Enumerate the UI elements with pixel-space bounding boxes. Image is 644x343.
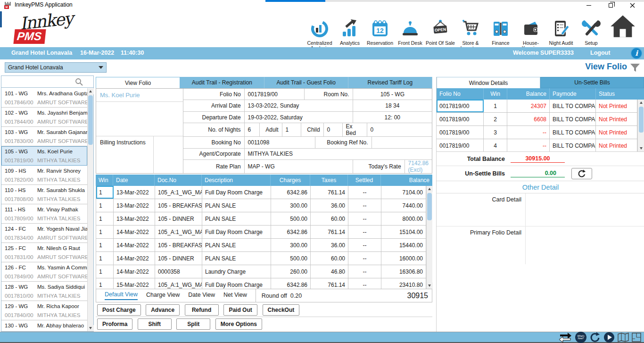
guest-search-input[interactable] <box>1 76 93 88</box>
tab-unsettle-bills[interactable]: Un-Settle Bills <box>540 77 644 88</box>
guest-name: Mr. Abhay bhalerao <box>37 321 87 330</box>
checkout-button[interactable]: CheckOut <box>263 304 300 316</box>
toolbar-item-front-desk[interactable]: Front Desk <box>395 17 425 51</box>
scroll-up-arrow[interactable] <box>427 186 433 192</box>
scroll-thumb[interactable] <box>427 193 432 220</box>
right-tabstrip: Window Details Un-Settle Bills <box>437 77 644 88</box>
infobar-date: 16-Mar-2022 <box>80 50 114 56</box>
proforma-button[interactable]: Proforma <box>97 318 132 330</box>
tab-view-folio[interactable]: View Folio <box>96 77 180 88</box>
toolbar-item-store-inventory[interactable]: Store & Inventory <box>455 17 486 51</box>
split-button[interactable]: Split <box>176 318 210 330</box>
status-icons: What's New? <box>558 332 641 343</box>
guest-list-item[interactable]: 124 - FCMr. Yogesh Naval Jian 0017834/00… <box>1 224 87 243</box>
guest-list-item[interactable]: 111 - HSMr. Vinay Pathak 0017809/00MITHY… <box>1 204 87 224</box>
chevron-down-icon <box>99 66 103 69</box>
folio-tabstrip: View Folio Audit Trail - Registration Au… <box>96 77 432 88</box>
info-icon[interactable]: i <box>630 47 643 59</box>
refund-button[interactable]: Refund <box>185 304 219 316</box>
guest-name: Mr. Saurabh Gajanan <box>37 128 87 137</box>
window-row[interactable]: 0017819/00 4 -- BILL TO COMPAN' Not Prin… <box>437 139 637 151</box>
charge-row[interactable]: 1 15-Mar-2022 105_A:1_WG_MAP Full Day Ro… <box>96 278 426 289</box>
tab-window-details[interactable]: Window Details <box>437 77 540 88</box>
shift-button[interactable]: Shift <box>138 318 172 330</box>
guest-list-item[interactable]: 105 - WGMs. Koel Purie 0017819/00MITHYA … <box>1 146 87 166</box>
toolbar-item-reservation[interactable]: 12 Reservation <box>365 17 395 51</box>
window-row[interactable]: 0017819/00 2 6608 BILL TO COMPAN' Not Pr… <box>437 113 637 126</box>
logout-button[interactable]: Logout <box>590 50 610 56</box>
guest-room: 125 - FC <box>1 244 37 253</box>
guest-list-item[interactable]: 130 - WGMr. Abhay bhalerao <box>1 320 87 331</box>
toolbar-item-centralized-analysis[interactable]: Centralized Analysis <box>305 17 335 51</box>
tab-revised-tariff-log[interactable]: Revised Tariff Log <box>348 77 432 88</box>
scroll-up-arrow[interactable] <box>88 88 94 94</box>
toolbar-item-point-of-sale[interactable]: OPEN Point Of Sale <box>425 17 455 51</box>
arrival-time: 18 34 <box>353 100 432 111</box>
more-options-button[interactable]: More Options <box>215 318 262 330</box>
toolbar-item-analytics[interactable]: Analytics <box>335 17 365 51</box>
scroll-down-arrow[interactable] <box>88 325 94 331</box>
window-table-header: Folio No Win Balance Paymode Status <box>437 88 644 100</box>
post-charge-button[interactable]: Post Charge <box>97 304 141 316</box>
toolbar-item-house-keeping[interactable]: House-Keeping <box>516 17 546 51</box>
map-icon[interactable] <box>618 333 629 342</box>
guest-list-item[interactable]: 101 - WGMrs. Aradhana Gupta 0017846/00AM… <box>1 88 87 108</box>
window-row[interactable]: 0017819/00 1 24307 BILL TO COMPAN' Not P… <box>437 100 637 113</box>
view-charge[interactable]: Charge View <box>146 292 180 300</box>
charges-scrollbar[interactable] <box>426 186 432 289</box>
guest-name: Mr. Yogesh Naval Jian <box>37 225 87 234</box>
guest-company: AMRUT SOFTWARE P <box>37 234 87 243</box>
scroll-thumb[interactable] <box>639 107 644 133</box>
scroll-up-arrow[interactable] <box>638 100 644 106</box>
charge-row[interactable]: 1 13-Mar-2022 105_A:1_WG_MAP Full Day Ro… <box>96 186 426 199</box>
todays-rate-value: 7142.86 (Excl) <box>405 160 432 173</box>
tab-audit-trail-guest-folio[interactable]: Audit Trail - Guest Folio <box>264 77 348 88</box>
hotel-select-value: Grand Hotel Lonavala <box>8 64 63 71</box>
guest-list-item[interactable]: 125 - FCMr. Nilesh G Raut 0017831/00AMRU… <box>1 243 87 262</box>
view-default[interactable]: Default View <box>105 291 138 300</box>
toolbar-item-finance[interactable]: Finance <box>486 17 516 51</box>
paid-out-button[interactable]: Paid Out <box>223 304 257 316</box>
advance-button[interactable]: Advance <box>146 304 180 316</box>
charge-row[interactable]: 1 14-Mar-2022 105 - BREAKFAST PLAN SALE … <box>96 239 426 252</box>
guest-list-item[interactable]: 128 - WGMs. Sadiya Siddiqui 0017810/00MI… <box>1 282 87 301</box>
unsettle-bills-row: Un-Settle Bills 0.00 <box>437 166 644 181</box>
scroll-thumb[interactable] <box>88 95 93 145</box>
charge-row[interactable]: 1 14-Mar-2022 105 - DINNER PLAN SALE 500… <box>96 252 426 265</box>
whats-new-badge[interactable]: What's New? <box>575 332 586 343</box>
scroll-down-arrow[interactable] <box>427 283 433 289</box>
window-table-scrollbar[interactable] <box>637 100 644 151</box>
guest-list-item[interactable]: 103 - WGMr. Saurabh Gajanan 0017830/00AM… <box>1 127 87 146</box>
window-row[interactable]: 0017819/00 3 -- BILL TO COMPAN' Not Prin… <box>437 126 637 139</box>
toolbar-item-night-audit[interactable]: Night Audit <box>546 17 576 51</box>
transfer-arrows-icon[interactable] <box>558 332 572 343</box>
guest-list-item[interactable]: 102 - WGMs. Jayashri Benjami 0017844/00A… <box>1 108 87 127</box>
booking-no-value: 0011098 <box>245 137 315 148</box>
refresh-icon[interactable] <box>589 332 601 343</box>
filter-funnel-icon[interactable] <box>630 63 640 75</box>
play-icon[interactable] <box>603 332 615 343</box>
hotel-select-dropdown[interactable]: Grand Hotel Lonavala <box>5 62 107 73</box>
guest-list-item[interactable]: 109 - HSMr. Ranvir Shorey 0017820/00MITH… <box>1 166 87 185</box>
charge-row[interactable]: 1 13-Mar-2022 105 - BREAKFAST PLAN SALE … <box>96 199 426 212</box>
top-progress-strip-gray <box>325 0 644 2</box>
charge-row[interactable]: 1 14-Mar-2022 105_A:1_WG_MAP Full Day Ro… <box>96 226 426 239</box>
tab-audit-trail-registration[interactable]: Audit Trail - Registration <box>180 77 264 88</box>
toolbar-item-setup[interactable]: Setup <box>576 17 606 51</box>
view-net[interactable]: Net View <box>223 292 247 300</box>
divider <box>256 289 256 302</box>
charge-row[interactable]: 1 14-Mar-2022 0000358 Laundry Charge 260… <box>96 265 426 278</box>
view-date[interactable]: Date View <box>188 292 215 300</box>
floor-plan-icon[interactable] <box>632 333 641 342</box>
toolbar-item-home[interactable] <box>606 12 639 51</box>
charge-row[interactable]: 1 13-Mar-2022 105 - DINNER PLAN SALE 500… <box>96 212 426 226</box>
guest-list-item[interactable]: 110 - HSMr. Saurabh Shukla 0017808/00MIT… <box>1 185 87 204</box>
guest-list-scrollbar[interactable] <box>87 88 93 331</box>
refresh-button[interactable] <box>571 168 592 179</box>
billing-instructions-value[interactable] <box>154 136 183 173</box>
scroll-down-arrow[interactable] <box>638 145 644 151</box>
guest-list-item[interactable]: 129 - WGMr. Richa Kapoor 0017840/00MITHY… <box>1 301 87 320</box>
folio-guest-name: Ms. Koel Purie <box>96 89 183 102</box>
guest-folio-no: 0017820/00 <box>1 176 37 184</box>
guest-list-item[interactable]: 126 - FCMs. Yasmin A Commi 0017849/00AMR… <box>1 262 87 282</box>
